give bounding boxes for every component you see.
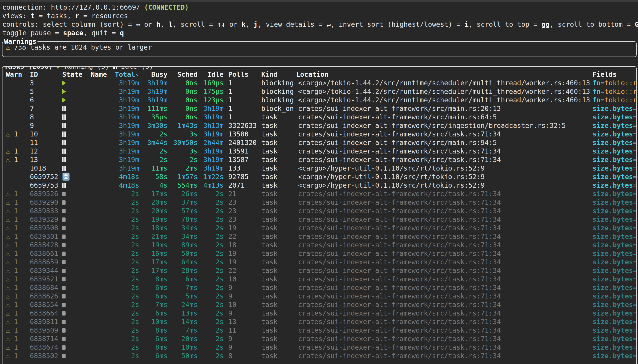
task-id: 6839508	[30, 224, 58, 232]
task-row[interactable]: ⚠ 168384282s19ms89ms2s18taskcrates/sui-i…	[2, 241, 636, 249]
task-row[interactable]: ⚠ 168386842s6ms7ms2s9taskcrates/sui-inde…	[2, 284, 636, 292]
state-cell	[58, 104, 82, 113]
task-name	[82, 249, 112, 258]
warning-icon: ⚠	[6, 216, 14, 223]
column-header-location[interactable]: Location	[296, 70, 590, 79]
warn-cell: ⚠ 1	[2, 343, 30, 352]
completed-state-icon	[62, 226, 66, 230]
column-header-fields[interactable]: Fields	[590, 70, 636, 79]
duration-value: 4m18s	[119, 173, 139, 181]
task-location: <cargo>/hyper-util-0.1.10/src/rt/tokio.r…	[296, 172, 590, 181]
help-text: or	[225, 20, 241, 28]
task-row[interactable]: ⚠ 168393292s19ms78ms2s23taskcrates/sui-i…	[2, 215, 636, 224]
task-row[interactable]: ⚠ 1123h19m2s3s3h19m13591taskcrates/sui-i…	[2, 147, 636, 156]
idle-state-icon	[113, 66, 117, 69]
task-row[interactable]: ⚠ 168395092s8ms7ms2s11taskcrates/sui-ind…	[2, 326, 636, 334]
duration-value: 2s	[160, 147, 168, 155]
column-header-state[interactable]: State	[58, 70, 82, 79]
column-header-name[interactable]: Name	[82, 70, 112, 79]
column-header-total[interactable]: Total▿	[112, 70, 140, 79]
tokio-console-screen: connection: http://127.0.0.1:6669/ (CONN…	[0, 0, 638, 364]
task-row[interactable]: ⚠ 168386612s16ms50ms2s19taskcrates/sui-i…	[2, 249, 636, 258]
task-row[interactable]: ⚠ 168386262s6ms5ms2s9taskcrates/sui-inde…	[2, 292, 636, 300]
task-row[interactable]: ⚠ 168393012s21ms34ms2s22taskcrates/sui-i…	[2, 232, 636, 241]
duration-value: 2s	[216, 343, 224, 351]
warn-cell: ⚠ 1	[2, 147, 30, 156]
task-row[interactable]: ⚠ 168385022s6ms50ms2s8taskcrates/sui-ind…	[2, 352, 636, 360]
task-row[interactable]: 66597534m18s4s554ms4m13s2071task<cargo>/…	[2, 181, 636, 190]
task-name	[82, 266, 112, 275]
state-cell	[58, 326, 82, 334]
task-row[interactable]: ⚠ 168395082s18ms34ms2s19taskcrates/sui-i…	[2, 224, 636, 232]
task-row[interactable]: ⚠ 168386592s17ms64ms2s19taskcrates/sui-i…	[2, 258, 636, 266]
duration-value: 2ms	[186, 164, 198, 172]
help-text: toggle pause =	[2, 29, 63, 37]
task-row[interactable]: ⚠ 168395212s8ms6ms2s10taskcrates/sui-ind…	[2, 275, 636, 284]
task-location: crates/sui-indexer-alt-framework/src/tas…	[296, 326, 590, 334]
field-key: size.bytes	[592, 113, 633, 121]
task-location: crates/sui-indexer-alt-framework/src/tas…	[296, 156, 590, 164]
warn-cell: ⚠ 1	[2, 352, 30, 360]
task-kind: task	[259, 275, 296, 284]
duration-value: 8ms	[155, 343, 168, 351]
task-row[interactable]: ⚠ 1133h19m2s2s3h19m13587taskcrates/sui-i…	[2, 156, 636, 164]
task-row[interactable]: 66597524m18s58s1m57s1m22s92785task<cargo…	[2, 172, 636, 181]
polls-count: 13	[224, 318, 259, 326]
task-row[interactable]: 33h19m3h19m0ns169µs1blocking<cargo>/toki…	[2, 79, 636, 87]
task-row[interactable]: ⚠ 168386742s8ms10ms2s9taskcrates/sui-ind…	[2, 343, 636, 352]
task-row[interactable]: ⚠ 168393112s10ms14ms2s13taskcrates/sui-i…	[2, 318, 636, 326]
warn-cell	[2, 113, 30, 122]
task-row[interactable]: ⚠ 168392902s20ms37ms2s23taskcrates/sui-i…	[2, 198, 636, 207]
duration-value: 2s	[216, 301, 224, 308]
task-row[interactable]: ⚠ 168387142s6ms20ms2s9taskcrates/sui-ind…	[2, 334, 636, 343]
task-row[interactable]: 73h19m111ms0ns3h19m1block_oncrates/sui-i…	[2, 104, 636, 113]
idle-state-icon	[62, 140, 66, 145]
task-row[interactable]: ⚠ 1103h19m2s3s3h19m13580taskcrates/sui-i…	[2, 130, 636, 138]
task-row[interactable]: 53h19m3h19m0ns175µs1blocking<cargo>/toki…	[2, 87, 636, 96]
running-state-icon	[62, 89, 66, 94]
column-header-sched[interactable]: Sched	[168, 70, 198, 79]
column-header-id[interactable]: ID	[30, 70, 58, 79]
task-row[interactable]: ⚠ 168386642s6ms13ms2s9taskcrates/sui-ind…	[2, 309, 636, 318]
help-text: Idle (9)	[117, 66, 154, 70]
task-row[interactable]: 10183h19m11ms2ms3h19m133task<cargo>/hype…	[2, 164, 636, 172]
column-header-polls[interactable]: Polls	[224, 70, 259, 79]
task-row[interactable]: 113h19m3m44s30m50s2h44m2401320taskcrates…	[2, 138, 636, 147]
task-row[interactable]: ⚠ 168385542s7ms24ms2s10taskcrates/sui-in…	[2, 300, 636, 309]
task-name	[82, 79, 112, 87]
field-equals: =	[633, 130, 636, 138]
task-row[interactable]: 83h19m35µs0ns3h19m1taskcrates/sui-indexe…	[2, 113, 636, 122]
field-key: size.bytes	[592, 284, 633, 292]
field-equals: =	[633, 352, 636, 360]
task-row[interactable]: ⚠ 168393442s17ms28ms2s22taskcrates/sui-i…	[2, 266, 636, 275]
column-header-warn[interactable]: Warn	[2, 70, 30, 79]
task-location: crates/sui-indexer-alt-framework/src/tas…	[296, 284, 590, 292]
column-header-kind[interactable]: Kind	[259, 70, 296, 79]
fields-cell: size.bytes=	[590, 292, 636, 300]
warn-count: 1	[14, 216, 18, 223]
task-table-header-row: WarnIDStateNameTotal▿BusySchedIdlePollsK…	[2, 70, 636, 79]
duration-value: 6ms	[155, 352, 168, 360]
key-hint: G	[635, 20, 638, 28]
key-hint: j	[254, 20, 258, 28]
state-cell	[58, 249, 82, 258]
polls-count: 10	[224, 275, 259, 284]
state-cell	[58, 130, 82, 138]
help-text: ,	[160, 20, 168, 28]
completed-state-icon	[62, 243, 66, 247]
completed-state-icon	[62, 328, 66, 332]
column-header-busy[interactable]: Busy	[140, 70, 168, 79]
task-id: 12	[30, 147, 58, 156]
task-row[interactable]: 93h19m3m30s1m43s3h13m3322633taskcrates/s…	[2, 122, 636, 130]
warn-cell: ⚠ 1	[2, 190, 30, 198]
task-location: crates/sui-indexer-alt-framework/src/ing…	[296, 122, 590, 130]
idle-state-icon	[62, 106, 66, 111]
task-kind: task	[259, 164, 296, 172]
duration-value: 10ms	[182, 343, 198, 351]
task-row[interactable]: ⚠ 168393332s20ms57ms2s23taskcrates/sui-i…	[2, 207, 636, 215]
task-row[interactable]: ⚠ 168395262s17ms26ms2s21taskcrates/sui-i…	[2, 190, 636, 198]
header-help-area: connection: http://127.0.0.1:6669/ (CONN…	[0, 2, 638, 37]
duration-value: 4m13s	[204, 181, 224, 189]
column-header-idle[interactable]: Idle	[198, 70, 224, 79]
task-row[interactable]: 63h19m3h19m0ns123µs1blocking<cargo>/toki…	[2, 96, 636, 104]
